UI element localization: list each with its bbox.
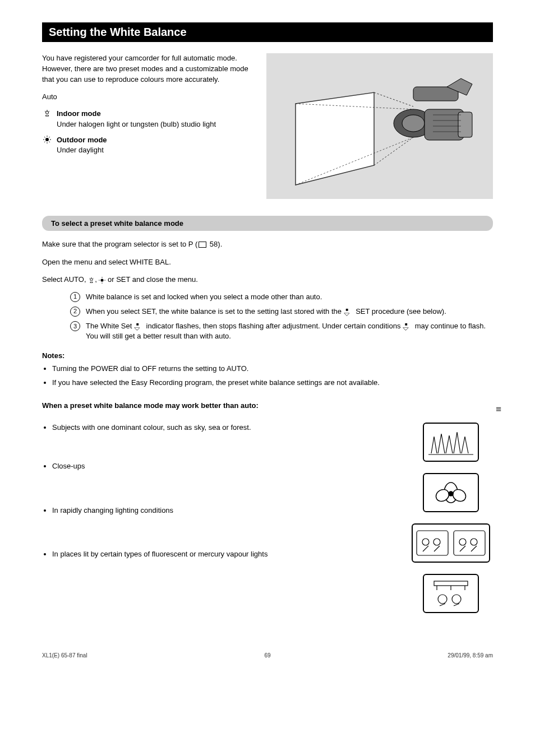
set-icon <box>344 308 354 315</box>
closeup-illustration <box>423 473 479 512</box>
step-number-3: 3 <box>70 321 80 331</box>
note-2: If you have selected the Easy Recording … <box>52 378 493 388</box>
auto-label: Auto <box>42 92 255 103</box>
page-ref-icon <box>199 242 206 248</box>
svg-line-8 <box>49 137 50 138</box>
svg-line-9 <box>44 141 45 142</box>
indoor-mode-line: Indoor mode Under halogen light or tungs… <box>42 109 255 129</box>
outdoor-mode-line: Outdoor mode Under daylight <box>42 135 255 155</box>
svg-point-17 <box>402 115 425 132</box>
preset-line3: Select AUTO, , or SET and close the menu… <box>42 274 493 285</box>
better-item-d: In places lit by certain types of fluore… <box>52 549 398 560</box>
forest-illustration <box>423 423 479 462</box>
outdoor-icon <box>42 135 52 146</box>
preset-line1: Make sure that the program selector is s… <box>42 239 493 250</box>
set-icon-inline-2 <box>403 323 413 330</box>
intro-para: You have registered your camcorder for f… <box>42 53 255 85</box>
illustration-column <box>409 423 493 613</box>
svg-point-0 <box>46 112 49 114</box>
svg-rect-20 <box>458 112 472 137</box>
svg-point-26 <box>101 279 104 281</box>
svg-point-40 <box>459 539 466 545</box>
svg-rect-36 <box>417 531 448 555</box>
svg-line-7 <box>49 141 50 142</box>
intro-section: You have registered your camcorder for f… <box>42 53 493 199</box>
svg-point-38 <box>422 539 429 545</box>
footer-center-page: 69 <box>264 652 270 658</box>
svg-rect-37 <box>454 531 485 555</box>
footer-right-file: XL1(E) 65-87 final <box>42 652 87 658</box>
step-number-2: 2 <box>70 307 80 317</box>
indoor-icon <box>42 109 52 120</box>
step-2: 2 When you select SET, the white balance… <box>70 307 493 317</box>
note-1: Turning the POWER dial to OFF returns th… <box>52 364 493 374</box>
step-3: 3 The White Set indicator flashes, then … <box>70 321 493 341</box>
better-item-a: Subjects with one dominant colour, such … <box>52 423 398 433</box>
footer-left-date: 29/01/99, 8:59 am <box>448 652 493 658</box>
better-item-b: Close-ups <box>52 461 398 472</box>
svg-point-46 <box>438 595 447 604</box>
step-1: 1 White balance is set and locked when y… <box>70 292 493 302</box>
svg-rect-42 <box>434 581 468 586</box>
svg-point-47 <box>452 595 461 604</box>
preset-mode-section: To select a preset white balance mode Ma… <box>42 216 493 613</box>
page-footer: XL1(E) 65-87 final 69 29/01/99, 8:59 am <box>42 652 493 658</box>
camcorder-illustration <box>266 53 493 199</box>
better-item-c: In rapidly changing lighting conditions <box>52 505 398 516</box>
svg-point-1 <box>45 138 49 141</box>
svg-point-35 <box>449 491 453 496</box>
notes-heading: Notes: <box>42 350 493 361</box>
side-hash-marks: ≡ <box>496 403 501 414</box>
changing-light-illustration <box>412 523 490 563</box>
step-number-1: 1 <box>70 292 80 302</box>
svg-point-39 <box>433 539 440 545</box>
outdoor-mode-text: Outdoor mode Under daylight <box>57 135 107 155</box>
svg-point-25 <box>90 279 93 281</box>
preset-line2: Open the menu and select WHITE BAL. <box>42 257 493 268</box>
fluorescent-illustration <box>423 574 479 613</box>
svg-line-6 <box>44 137 45 138</box>
page-title: Setting the White Balance <box>42 22 493 42</box>
svg-point-41 <box>471 539 477 545</box>
when-better-heading: When a preset white balance mode may wor… <box>42 400 493 411</box>
set-icon-inline <box>134 323 144 330</box>
notes-list: Turning the POWER dial to OFF returns th… <box>42 364 493 388</box>
preset-heading: To select a preset white balance mode <box>42 216 493 231</box>
intro-text: You have registered your camcorder for f… <box>42 53 255 199</box>
when-better-list-text: Subjects with one dominant colour, such … <box>42 423 398 613</box>
preset-steps: 1 White balance is set and locked when y… <box>42 292 493 342</box>
indoor-mode-text: Indoor mode Under halogen light or tungs… <box>57 109 216 129</box>
